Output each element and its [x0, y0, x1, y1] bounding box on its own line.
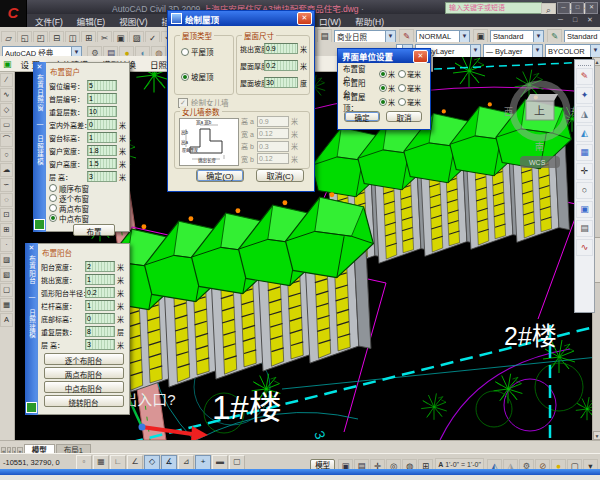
close-button[interactable]: ✕: [585, 2, 598, 14]
close-icon[interactable]: ✕: [297, 12, 312, 25]
circle-icon[interactable]: ○: [0, 148, 13, 162]
menu-item[interactable]: 口(W): [312, 14, 348, 27]
snap-toggle[interactable]: ▫: [76, 455, 92, 470]
toolbar-grip[interactable]: [578, 61, 591, 66]
mdi-window-controls[interactable]: ─ □ ✕: [558, 16, 597, 24]
scroll-down-icon[interactable]: ▼: [593, 431, 600, 440]
radio-option[interactable]: 两点布窗: [49, 203, 126, 213]
field-value[interactable]: 5: [87, 80, 117, 91]
point-icon[interactable]: ·: [0, 238, 13, 252]
pyramid-icon[interactable]: ◮: [576, 106, 593, 123]
grid-toggle[interactable]: ▦: [93, 455, 109, 470]
radio-icon[interactable]: [49, 214, 57, 222]
close-icon[interactable]: ✕: [413, 50, 428, 63]
radio-option[interactable]: 顺序布窗: [49, 183, 126, 193]
sketch-icon[interactable]: ✎: [576, 68, 593, 85]
cone-icon[interactable]: ◭: [576, 125, 593, 142]
dyn-toggle[interactable]: +: [195, 455, 211, 470]
radio-icon[interactable]: [379, 70, 387, 78]
radio-option[interactable]: 平屋顶: [181, 46, 233, 57]
menu-item[interactable]: 编辑(E): [70, 14, 112, 27]
panel-title-strip[interactable]: ✕ 布置日照窗 — 日照建模: [33, 62, 46, 232]
minimize-button[interactable]: ─: [557, 2, 570, 14]
arc-icon[interactable]: ⌒: [0, 133, 13, 147]
field-value[interactable]: 0.2: [264, 60, 298, 71]
field-value[interactable]: 1.5: [87, 158, 117, 169]
panel-button[interactable]: 中点布阳台: [44, 381, 124, 393]
region-tool-icon[interactable]: ▣: [576, 201, 593, 218]
menu-item[interactable]: 视图(V): [112, 14, 154, 27]
menu-item[interactable]: 文件(F): [28, 14, 70, 27]
radio-icon[interactable]: [49, 194, 57, 202]
radio-icon[interactable]: [398, 84, 406, 92]
menu-item[interactable]: 帮助(H): [348, 14, 391, 27]
radio-icon[interactable]: [181, 48, 189, 56]
block-grid-icon[interactable]: ▦: [576, 144, 593, 161]
radio-icon[interactable]: [379, 84, 387, 92]
field-value[interactable]: 0.2: [85, 287, 115, 298]
field-value[interactable]: 2: [85, 261, 115, 272]
field-value[interactable]: 1.8: [87, 145, 117, 156]
otrack-toggle[interactable]: ∡: [161, 455, 177, 470]
close-icon[interactable]: ✕: [37, 62, 43, 72]
gradient-icon[interactable]: ▧: [0, 268, 13, 282]
insert-block-icon[interactable]: ⊡: [0, 208, 13, 222]
radio-option[interactable]: 逐个布窗: [49, 193, 126, 203]
region-icon[interactable]: ▢: [0, 283, 13, 297]
field-value[interactable]: 0: [87, 119, 117, 130]
lwt-toggle[interactable]: ▬: [212, 455, 228, 470]
field-value[interactable]: 1: [87, 132, 117, 143]
field-value[interactable]: 0: [85, 313, 115, 324]
infocenter-search-input[interactable]: 输入关键字或短语: [445, 2, 542, 14]
field-value[interactable]: 3: [87, 171, 117, 182]
table-icon[interactable]: ▦: [0, 298, 13, 312]
osnap-toggle[interactable]: ◇: [144, 455, 160, 470]
building-1[interactable]: [98, 192, 374, 395]
spline-icon[interactable]: ∽: [0, 178, 13, 192]
hatch-icon[interactable]: ▨: [0, 253, 13, 267]
field-value[interactable]: 10: [87, 106, 117, 117]
close-icon[interactable]: ✕: [29, 243, 35, 253]
field-value[interactable]: 1: [85, 300, 115, 311]
panel-title-strip[interactable]: ✕ 布置阳台 — 日照建模: [25, 243, 38, 415]
qp-toggle[interactable]: ▢: [229, 455, 245, 470]
rectangle-icon[interactable]: ▭: [0, 118, 13, 132]
ducs-toggle[interactable]: ⊿: [178, 455, 194, 470]
xline-icon[interactable]: ∕: [0, 73, 13, 87]
field-value[interactable]: 3: [85, 339, 115, 350]
maximize-button[interactable]: □: [571, 2, 584, 14]
circle-tool-icon[interactable]: ○: [576, 182, 593, 199]
field-value[interactable]: 0.12: [257, 153, 289, 164]
panel-button[interactable]: 绕转阳台: [44, 395, 124, 407]
polygon-icon[interactable]: ◇: [0, 103, 13, 117]
radio-icon[interactable]: [49, 184, 57, 192]
lineweight-combo[interactable]: —ByLayer▼: [483, 44, 543, 58]
section-icon[interactable]: ∿: [576, 239, 593, 256]
polyline-icon[interactable]: ∿: [0, 88, 13, 102]
field-value[interactable]: 1: [85, 274, 115, 285]
text-icon[interactable]: A: [0, 313, 13, 327]
field-value[interactable]: 0.9: [264, 43, 298, 54]
ortho-toggle[interactable]: ∟: [110, 455, 126, 470]
dialog-title-bar[interactable]: 界面单位设置 ✕: [338, 49, 430, 63]
field-value[interactable]: 0.9: [257, 116, 289, 127]
radio-icon[interactable]: [398, 70, 406, 78]
radio-icon[interactable]: [49, 204, 57, 212]
plot-style-combo[interactable]: BYCOLOR▼: [545, 44, 600, 58]
field-value[interactable]: 8: [85, 326, 115, 337]
radio-icon[interactable]: [379, 98, 387, 106]
radio-option[interactable]: 中点布窗: [49, 213, 126, 223]
radio-icon[interactable]: [398, 98, 406, 106]
place-button[interactable]: 布置: [73, 224, 115, 236]
cancel-button[interactable]: 取消: [386, 111, 422, 122]
sheet-icon[interactable]: ▤: [576, 220, 593, 237]
panel-button[interactable]: 两点布阳台: [44, 367, 124, 379]
move-icon[interactable]: ✛: [576, 163, 593, 180]
radio-option[interactable]: 坡屋顶: [181, 71, 233, 82]
ellipse-icon[interactable]: ◌: [0, 193, 13, 207]
field-value[interactable]: 30: [264, 77, 298, 88]
radio-icon[interactable]: [181, 73, 189, 81]
dialog-title-bar[interactable]: 绘制屋顶 ✕: [168, 11, 314, 26]
polar-toggle[interactable]: ∠: [127, 455, 143, 470]
revcloud-icon[interactable]: ☁: [0, 163, 13, 177]
